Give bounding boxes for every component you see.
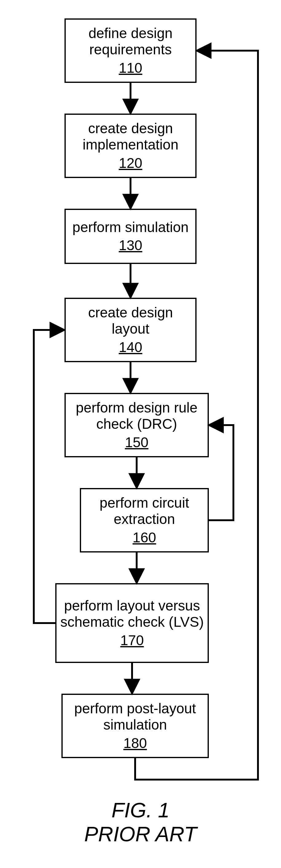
step-150-label: perform design rule check (DRC) (68, 400, 205, 432)
step-140: create design layout 140 (64, 298, 197, 362)
step-180-num: 180 (123, 735, 147, 751)
step-140-num: 140 (119, 339, 142, 355)
flowchart-canvas: define design requirements 110 create de… (0, 0, 281, 868)
step-180: perform post-layout simulation 180 (61, 694, 209, 758)
step-170-num: 170 (120, 632, 144, 649)
step-160-num: 160 (133, 529, 156, 546)
step-110: define design requirements 110 (64, 19, 197, 83)
figure-caption-line2: PRIOR ART (0, 822, 281, 846)
step-140-label: create design layout (68, 305, 193, 337)
step-120: create design implementation 120 (64, 114, 197, 178)
figure-caption: FIG. 1 PRIOR ART (0, 798, 281, 846)
figure-caption-line1: FIG. 1 (0, 798, 281, 822)
step-110-num: 110 (119, 60, 142, 76)
feedback-160-150 (209, 425, 233, 520)
step-160-label: perform circuit extraction (84, 495, 205, 527)
feedback-170-140 (34, 330, 64, 623)
step-150-num: 150 (125, 434, 149, 451)
step-120-num: 120 (119, 155, 142, 171)
step-130-label: perform simulation (73, 219, 189, 236)
step-130: perform simulation 130 (64, 209, 197, 264)
step-180-label: perform post-layout simulation (65, 701, 205, 733)
step-150: perform design rule check (DRC) 150 (64, 393, 209, 457)
step-170-label: perform layout versus schematic check (L… (59, 598, 205, 630)
step-130-num: 130 (119, 237, 142, 253)
step-160: perform circuit extraction 160 (80, 488, 209, 553)
step-110-label: define design requirements (68, 25, 193, 58)
step-170: perform layout versus schematic check (L… (55, 583, 209, 663)
step-120-label: create design implementation (68, 120, 193, 153)
